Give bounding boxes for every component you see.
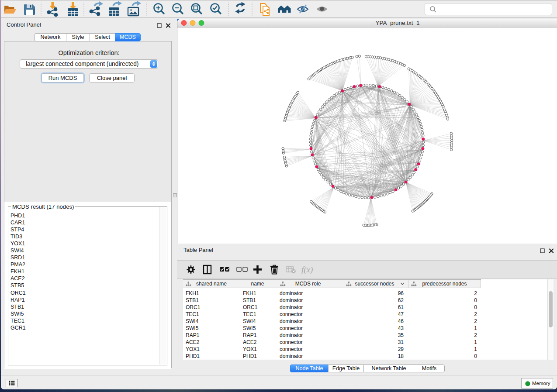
svg-text:f(x): f(x) — [301, 265, 313, 275]
